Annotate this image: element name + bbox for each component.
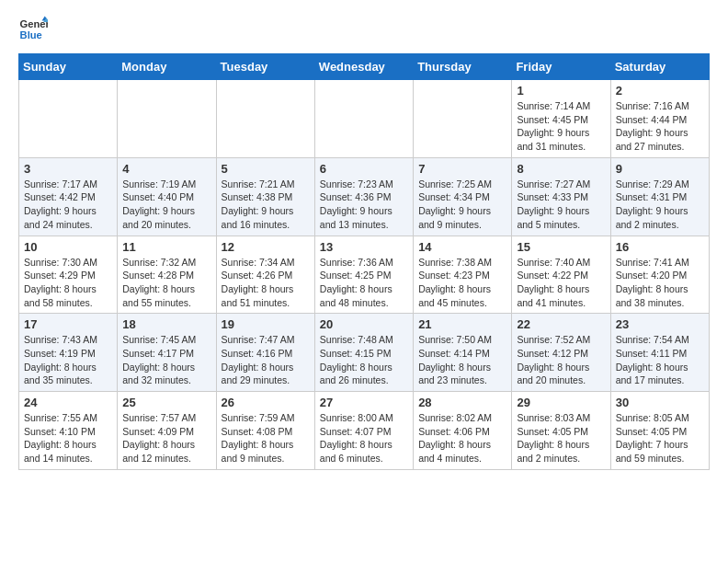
logo-icon: General Blue	[18, 15, 48, 44]
day-number: 1	[517, 84, 605, 98]
day-number: 4	[122, 162, 210, 176]
day-number: 29	[517, 396, 605, 409]
cell-details: Sunrise: 7:52 AM Sunset: 4:12 PM Dayligh…	[517, 333, 605, 387]
day-number: 7	[418, 162, 506, 176]
calendar-cell: 12Sunrise: 7:34 AM Sunset: 4:26 PM Dayli…	[216, 236, 314, 314]
calendar-cell: 7Sunrise: 7:25 AM Sunset: 4:34 PM Daylig…	[414, 157, 512, 236]
calendar-cell: 2Sunrise: 7:16 AM Sunset: 4:44 PM Daylig…	[610, 80, 709, 158]
calendar-cell: 28Sunrise: 8:02 AM Sunset: 4:06 PM Dayli…	[414, 392, 512, 470]
weekday-header-monday: Monday	[118, 54, 216, 80]
day-number: 14	[418, 240, 506, 254]
calendar-cell	[118, 80, 216, 158]
calendar-cell: 16Sunrise: 7:41 AM Sunset: 4:20 PM Dayli…	[610, 236, 709, 314]
calendar-cell: 26Sunrise: 7:59 AM Sunset: 4:08 PM Dayli…	[216, 392, 314, 470]
calendar-cell: 1Sunrise: 7:14 AM Sunset: 4:45 PM Daylig…	[512, 80, 610, 158]
weekday-header-saturday: Saturday	[610, 54, 709, 80]
cell-details: Sunrise: 7:48 AM Sunset: 4:15 PM Dayligh…	[320, 333, 408, 387]
cell-details: Sunrise: 7:41 AM Sunset: 4:20 PM Dayligh…	[616, 256, 704, 310]
weekday-header-thursday: Thursday	[414, 54, 512, 80]
calendar-cell: 11Sunrise: 7:32 AM Sunset: 4:28 PM Dayli…	[118, 236, 216, 314]
day-number: 28	[418, 396, 506, 409]
cell-details: Sunrise: 7:57 AM Sunset: 4:09 PM Dayligh…	[122, 411, 210, 465]
day-number: 17	[24, 317, 112, 331]
calendar-cell: 22Sunrise: 7:52 AM Sunset: 4:12 PM Dayli…	[512, 314, 610, 392]
calendar-cell: 20Sunrise: 7:48 AM Sunset: 4:15 PM Dayli…	[314, 314, 413, 392]
day-number: 21	[418, 317, 506, 331]
cell-details: Sunrise: 7:43 AM Sunset: 4:19 PM Dayligh…	[24, 333, 112, 387]
cell-details: Sunrise: 7:54 AM Sunset: 4:11 PM Dayligh…	[616, 333, 704, 387]
calendar-table: SundayMondayTuesdayWednesdayThursdayFrid…	[18, 53, 710, 470]
calendar-cell: 17Sunrise: 7:43 AM Sunset: 4:19 PM Dayli…	[19, 314, 118, 392]
day-number: 20	[320, 317, 408, 331]
cell-details: Sunrise: 7:30 AM Sunset: 4:29 PM Dayligh…	[24, 256, 112, 310]
weekday-header-tuesday: Tuesday	[216, 54, 314, 80]
cell-details: Sunrise: 7:34 AM Sunset: 4:26 PM Dayligh…	[222, 256, 310, 310]
day-number: 15	[517, 240, 605, 254]
day-number: 16	[616, 240, 704, 254]
calendar-cell: 27Sunrise: 8:00 AM Sunset: 4:07 PM Dayli…	[314, 392, 413, 470]
cell-details: Sunrise: 7:38 AM Sunset: 4:23 PM Dayligh…	[418, 256, 506, 310]
day-number: 22	[517, 317, 605, 331]
cell-details: Sunrise: 7:29 AM Sunset: 4:31 PM Dayligh…	[616, 178, 704, 232]
svg-text:Blue: Blue	[20, 29, 42, 40]
day-number: 12	[222, 240, 310, 254]
cell-details: Sunrise: 7:36 AM Sunset: 4:25 PM Dayligh…	[320, 256, 408, 310]
calendar-cell	[314, 80, 413, 158]
day-number: 26	[222, 396, 310, 409]
day-number: 10	[24, 240, 112, 254]
logo: General Blue	[18, 15, 51, 44]
day-number: 23	[616, 317, 704, 331]
calendar-cell: 18Sunrise: 7:45 AM Sunset: 4:17 PM Dayli…	[118, 314, 216, 392]
day-number: 19	[222, 317, 310, 331]
day-number: 6	[320, 162, 408, 176]
cell-details: Sunrise: 7:23 AM Sunset: 4:36 PM Dayligh…	[320, 178, 408, 232]
week-row-1: 1Sunrise: 7:14 AM Sunset: 4:45 PM Daylig…	[19, 80, 710, 158]
day-number: 2	[616, 84, 704, 98]
cell-details: Sunrise: 7:40 AM Sunset: 4:22 PM Dayligh…	[517, 256, 605, 310]
calendar-cell: 9Sunrise: 7:29 AM Sunset: 4:31 PM Daylig…	[610, 157, 709, 236]
calendar-cell: 15Sunrise: 7:40 AM Sunset: 4:22 PM Dayli…	[512, 236, 610, 314]
calendar-cell: 10Sunrise: 7:30 AM Sunset: 4:29 PM Dayli…	[19, 236, 118, 314]
calendar-cell: 25Sunrise: 7:57 AM Sunset: 4:09 PM Dayli…	[118, 392, 216, 470]
weekday-header-wednesday: Wednesday	[314, 54, 413, 80]
cell-details: Sunrise: 8:02 AM Sunset: 4:06 PM Dayligh…	[418, 411, 506, 465]
calendar-cell: 4Sunrise: 7:19 AM Sunset: 4:40 PM Daylig…	[118, 157, 216, 236]
day-number: 25	[122, 396, 210, 409]
calendar-cell: 23Sunrise: 7:54 AM Sunset: 4:11 PM Dayli…	[610, 314, 709, 392]
calendar-cell: 30Sunrise: 8:05 AM Sunset: 4:05 PM Dayli…	[610, 392, 709, 470]
calendar-cell: 5Sunrise: 7:21 AM Sunset: 4:38 PM Daylig…	[216, 157, 314, 236]
calendar-cell: 24Sunrise: 7:55 AM Sunset: 4:10 PM Dayli…	[19, 392, 118, 470]
calendar-cell: 19Sunrise: 7:47 AM Sunset: 4:16 PM Dayli…	[216, 314, 314, 392]
calendar-cell: 3Sunrise: 7:17 AM Sunset: 4:42 PM Daylig…	[19, 157, 118, 236]
header: General Blue	[18, 15, 710, 44]
day-number: 9	[616, 162, 704, 176]
weekday-header-row: SundayMondayTuesdayWednesdayThursdayFrid…	[19, 54, 710, 80]
calendar-cell	[414, 80, 512, 158]
cell-details: Sunrise: 7:45 AM Sunset: 4:17 PM Dayligh…	[122, 333, 210, 387]
cell-details: Sunrise: 7:59 AM Sunset: 4:08 PM Dayligh…	[222, 411, 310, 465]
cell-details: Sunrise: 7:32 AM Sunset: 4:28 PM Dayligh…	[122, 256, 210, 310]
day-number: 27	[320, 396, 408, 409]
calendar-cell	[216, 80, 314, 158]
cell-details: Sunrise: 7:50 AM Sunset: 4:14 PM Dayligh…	[418, 333, 506, 387]
calendar-cell	[19, 80, 118, 158]
cell-details: Sunrise: 8:03 AM Sunset: 4:05 PM Dayligh…	[517, 411, 605, 465]
cell-details: Sunrise: 7:17 AM Sunset: 4:42 PM Dayligh…	[24, 178, 112, 232]
cell-details: Sunrise: 7:16 AM Sunset: 4:44 PM Dayligh…	[616, 99, 704, 154]
cell-details: Sunrise: 7:21 AM Sunset: 4:38 PM Dayligh…	[222, 178, 310, 232]
cell-details: Sunrise: 7:27 AM Sunset: 4:33 PM Dayligh…	[517, 178, 605, 232]
cell-details: Sunrise: 8:05 AM Sunset: 4:05 PM Dayligh…	[616, 411, 704, 465]
cell-details: Sunrise: 7:25 AM Sunset: 4:34 PM Dayligh…	[418, 178, 506, 232]
day-number: 13	[320, 240, 408, 254]
week-row-5: 24Sunrise: 7:55 AM Sunset: 4:10 PM Dayli…	[19, 392, 710, 470]
calendar-cell: 13Sunrise: 7:36 AM Sunset: 4:25 PM Dayli…	[314, 236, 413, 314]
week-row-3: 10Sunrise: 7:30 AM Sunset: 4:29 PM Dayli…	[19, 236, 710, 314]
day-number: 3	[24, 162, 112, 176]
calendar-cell: 29Sunrise: 8:03 AM Sunset: 4:05 PM Dayli…	[512, 392, 610, 470]
calendar-cell: 21Sunrise: 7:50 AM Sunset: 4:14 PM Dayli…	[414, 314, 512, 392]
calendar-cell: 14Sunrise: 7:38 AM Sunset: 4:23 PM Dayli…	[414, 236, 512, 314]
calendar-cell: 8Sunrise: 7:27 AM Sunset: 4:33 PM Daylig…	[512, 157, 610, 236]
calendar-cell: 6Sunrise: 7:23 AM Sunset: 4:36 PM Daylig…	[314, 157, 413, 236]
cell-details: Sunrise: 7:55 AM Sunset: 4:10 PM Dayligh…	[24, 411, 112, 465]
day-number: 5	[222, 162, 310, 176]
